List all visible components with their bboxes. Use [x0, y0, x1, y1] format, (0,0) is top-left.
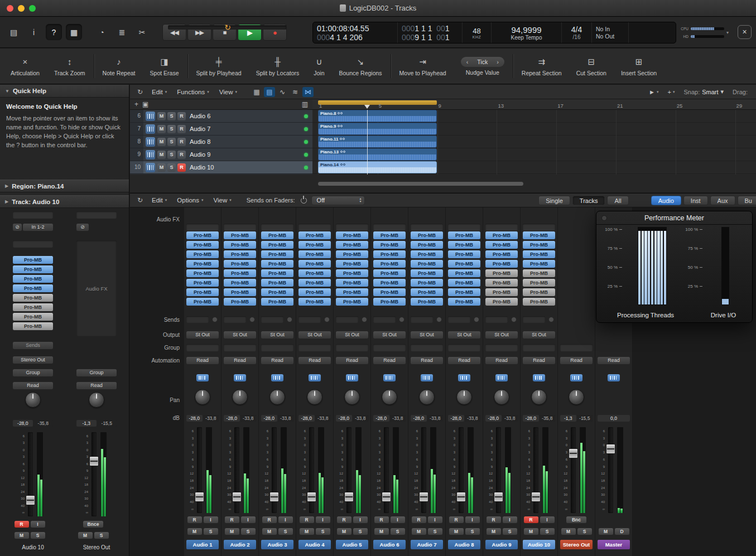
- record-enable-button[interactable]: R: [225, 516, 239, 523]
- input-monitor-button[interactable]: I: [31, 521, 45, 528]
- audio-fx-slot[interactable]: Pro-MB: [523, 231, 555, 239]
- audio-fx-slot[interactable]: Pro-MB: [448, 298, 480, 306]
- audio-fx-slot[interactable]: Pro-MB: [261, 288, 293, 296]
- audio-fx-slot[interactable]: Pro-MB: [336, 241, 368, 249]
- mixer-options-menu[interactable]: Options▾: [172, 197, 208, 204]
- output-button[interactable]: Stereo Out: [13, 356, 53, 364]
- toolbar-button-cut-section[interactable]: ⊟Cut Section: [569, 49, 614, 84]
- power-icon[interactable]: [301, 197, 307, 204]
- record-enable-button[interactable]: R: [15, 521, 29, 528]
- audio-fx-slot[interactable]: Pro-MB: [186, 269, 219, 277]
- audio-fx-slot[interactable]: Pro-MB: [411, 231, 443, 239]
- solo-button[interactable]: S: [241, 528, 256, 535]
- audio-fx-slot[interactable]: Pro-MB: [186, 279, 219, 287]
- audio-fx-slot[interactable]: Pro-MB: [373, 269, 406, 277]
- input-monitor-button[interactable]: I: [503, 516, 517, 523]
- track-header-audio-9[interactable]: 9MSRAudio 9: [130, 148, 312, 161]
- output-button[interactable]: St Out: [373, 331, 406, 339]
- region-piano-14[interactable]: Piano.14: [318, 161, 437, 173]
- automation-button[interactable]: Read: [598, 357, 630, 364]
- waveform-icon[interactable]: [271, 374, 283, 381]
- channel-name[interactable]: Audio 2: [224, 540, 256, 549]
- pan-knob[interactable]: [25, 392, 41, 408]
- volume-fader[interactable]: 6303691218243040∞: [82, 431, 111, 518]
- waveform-icon[interactable]: [421, 374, 433, 381]
- send-knob[interactable]: [399, 317, 405, 322]
- pan-knob[interactable]: [569, 389, 584, 405]
- audio-fx-slot[interactable]: Pro-MB: [13, 322, 53, 330]
- solo-button[interactable]: S: [167, 138, 176, 146]
- audio-fx-slot[interactable]: Pro-MB: [13, 284, 53, 292]
- output-button[interactable]: St Out: [186, 331, 219, 339]
- region-piano-13[interactable]: Piano.13: [318, 148, 437, 161]
- audio-fx-slot[interactable]: Pro-MB: [523, 269, 555, 277]
- send-knob[interactable]: [362, 317, 367, 322]
- audio-fx-slot[interactable]: Pro-MB: [523, 250, 555, 258]
- solo-button[interactable]: S: [577, 528, 592, 535]
- waveform-icon[interactable]: [383, 374, 396, 381]
- audio-fx-slot[interactable]: Pro-MB: [485, 298, 518, 306]
- arrange-area[interactable]: Piano.8Piano.9Piano.11Piano.13Piano.14: [312, 110, 756, 175]
- audio-fx-slot[interactable]: Pro-MB: [224, 288, 256, 296]
- audio-fx-slot[interactable]: Pro-MB: [523, 298, 555, 306]
- audio-fx-empty-slot[interactable]: [298, 224, 331, 231]
- record-enable-button[interactable]: R: [524, 516, 538, 523]
- audio-fx-slot[interactable]: Pro-MB: [261, 250, 293, 258]
- setting-slot[interactable]: [13, 211, 53, 219]
- lcd-locator-segment[interactable]: 0001 1 1 001 0009 1 1 001: [398, 22, 463, 43]
- mixer-view-menu[interactable]: View▾: [209, 197, 237, 204]
- audio-fx-slot[interactable]: Pro-MB: [373, 241, 406, 249]
- audio-fx-slot[interactable]: Pro-MB: [13, 265, 53, 273]
- mute-button[interactable]: M: [524, 528, 538, 535]
- fader-cap[interactable]: [344, 492, 354, 502]
- audio-fx-slot[interactable]: Pro-MB: [298, 250, 331, 258]
- pan-knob[interactable]: [307, 389, 322, 405]
- audio-fx-slot[interactable]: Pro-MB: [224, 241, 256, 249]
- channel-name[interactable]: Audio 9: [485, 540, 518, 549]
- group-slot[interactable]: [523, 344, 555, 351]
- fader-cap[interactable]: [89, 456, 99, 466]
- bounce-button[interactable]: Bnc: [566, 516, 586, 523]
- audio-fx-slot[interactable]: Pro-MB: [411, 279, 443, 287]
- audio-fx-slot[interactable]: Pro-MB: [186, 241, 219, 249]
- audio-fx-slot[interactable]: Pro-MB: [448, 288, 480, 296]
- audio-fx-slot[interactable]: Pro-MB: [373, 288, 406, 296]
- grid-view-icon[interactable]: ▦: [251, 87, 262, 97]
- group-slot[interactable]: [336, 344, 368, 351]
- lcd-midi-segment[interactable]: No In No Out: [592, 22, 629, 43]
- audio-fx-slot[interactable]: Pro-MB: [336, 250, 368, 258]
- automation-button[interactable]: Read: [336, 357, 368, 364]
- audio-fx-slot[interactable]: Pro-MB: [13, 303, 53, 311]
- mixer-filter-aux-button[interactable]: Aux: [710, 196, 735, 205]
- mixer-icon[interactable]: ≣: [114, 24, 130, 40]
- volume-fader[interactable]: 6303691218243040∞: [374, 426, 403, 514]
- pan-knob[interactable]: [494, 389, 509, 405]
- mute-button[interactable]: M: [157, 163, 166, 172]
- waveform-icon[interactable]: [196, 374, 209, 381]
- audio-fx-empty-slot[interactable]: [336, 224, 368, 231]
- fader-cap[interactable]: [195, 492, 204, 502]
- audio-fx-slot[interactable]: Pro-MB: [298, 279, 331, 287]
- mixer-filter-inst-button[interactable]: Inst: [683, 196, 708, 205]
- mute-button[interactable]: M: [449, 528, 464, 535]
- track-header-config-button[interactable]: ▥: [302, 100, 308, 109]
- input-monitor-button[interactable]: I: [428, 516, 442, 523]
- audio-fx-slot[interactable]: Pro-MB: [298, 288, 331, 296]
- audio-fx-slot[interactable]: Pro-MB: [411, 298, 443, 306]
- audio-fx-slot[interactable]: Pro-MB: [485, 269, 518, 277]
- fader-cap[interactable]: [307, 492, 316, 502]
- input-format-icon[interactable]: ⊘: [13, 224, 22, 231]
- audio-fx-slot[interactable]: Pro-MB: [298, 260, 331, 268]
- solo-button[interactable]: S: [353, 528, 368, 535]
- mute-button[interactable]: M: [599, 528, 613, 535]
- solo-button[interactable]: S: [278, 528, 293, 535]
- toolbar-button-articulation[interactable]: ×Articulation: [3, 49, 47, 84]
- solo-button[interactable]: S: [204, 528, 218, 535]
- channel-name[interactable]: Audio 3: [261, 540, 293, 549]
- bounce-button[interactable]: Bnce: [83, 521, 103, 528]
- output-button[interactable]: St Out: [224, 331, 256, 339]
- fader-cap[interactable]: [456, 492, 466, 502]
- nudge-value-stepper[interactable]: ‹Tick›: [461, 57, 504, 67]
- close-control-bar-button[interactable]: ×: [738, 25, 752, 39]
- performance-meter-titlebar[interactable]: Performance Meter: [596, 211, 752, 225]
